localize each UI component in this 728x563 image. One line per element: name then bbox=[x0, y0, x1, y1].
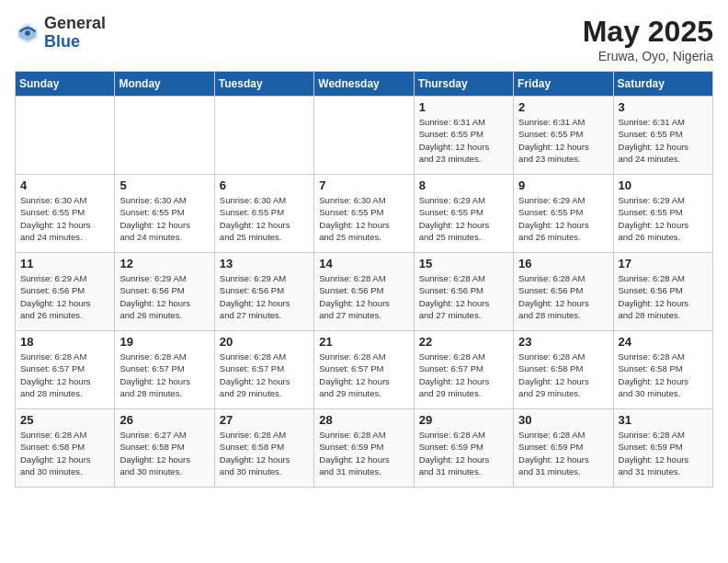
day-info: Sunrise: 6:28 AM Sunset: 6:57 PM Dayligh… bbox=[319, 350, 408, 399]
calendar-day-cell: 10Sunrise: 6:29 AM Sunset: 6:55 PM Dayli… bbox=[613, 175, 712, 253]
day-info: Sunrise: 6:28 AM Sunset: 6:58 PM Dayligh… bbox=[20, 429, 109, 477]
day-of-week-header: Monday bbox=[115, 72, 214, 97]
calendar-day-cell: 20Sunrise: 6:28 AM Sunset: 6:57 PM Dayli… bbox=[214, 331, 313, 409]
day-info: Sunrise: 6:31 AM Sunset: 6:55 PM Dayligh… bbox=[419, 116, 508, 165]
day-info: Sunrise: 6:28 AM Sunset: 6:57 PM Dayligh… bbox=[20, 350, 109, 399]
calendar-day-cell: 21Sunrise: 6:28 AM Sunset: 6:57 PM Dayli… bbox=[314, 331, 414, 409]
day-info: Sunrise: 6:28 AM Sunset: 6:58 PM Dayligh… bbox=[619, 350, 708, 399]
day-info: Sunrise: 6:30 AM Sunset: 6:55 PM Dayligh… bbox=[319, 194, 408, 243]
calendar-day-cell: 18Sunrise: 6:28 AM Sunset: 6:57 PM Dayli… bbox=[16, 331, 115, 409]
day-number: 18 bbox=[20, 335, 109, 349]
calendar-day-cell: 23Sunrise: 6:28 AM Sunset: 6:58 PM Dayli… bbox=[514, 331, 613, 409]
day-number: 29 bbox=[419, 413, 508, 427]
day-number: 8 bbox=[419, 178, 508, 192]
calendar-day-cell: 4Sunrise: 6:30 AM Sunset: 6:55 PM Daylig… bbox=[16, 175, 115, 253]
logo-general-text: General bbox=[44, 14, 106, 32]
day-info: Sunrise: 6:28 AM Sunset: 6:56 PM Dayligh… bbox=[419, 272, 508, 321]
day-info: Sunrise: 6:28 AM Sunset: 6:56 PM Dayligh… bbox=[619, 272, 708, 321]
day-of-week-header: Sunday bbox=[16, 72, 115, 97]
day-number: 5 bbox=[119, 178, 209, 192]
day-info: Sunrise: 6:28 AM Sunset: 6:59 PM Dayligh… bbox=[619, 429, 708, 477]
day-number: 4 bbox=[20, 178, 109, 192]
calendar-week-row: 1Sunrise: 6:31 AM Sunset: 6:55 PM Daylig… bbox=[16, 97, 713, 175]
calendar-day-cell: 26Sunrise: 6:27 AM Sunset: 6:58 PM Dayli… bbox=[115, 409, 214, 488]
logo: General Blue bbox=[15, 15, 106, 52]
day-number: 1 bbox=[419, 100, 508, 114]
calendar-day-cell: 14Sunrise: 6:28 AM Sunset: 6:56 PM Dayli… bbox=[314, 253, 414, 331]
calendar-day-cell: 1Sunrise: 6:31 AM Sunset: 6:55 PM Daylig… bbox=[414, 97, 513, 175]
day-info: Sunrise: 6:28 AM Sunset: 6:57 PM Dayligh… bbox=[119, 350, 209, 399]
day-number: 28 bbox=[319, 413, 408, 427]
day-info: Sunrise: 6:28 AM Sunset: 6:58 PM Dayligh… bbox=[518, 350, 608, 399]
svg-point-2 bbox=[25, 30, 30, 36]
day-info: Sunrise: 6:29 AM Sunset: 6:56 PM Dayligh… bbox=[220, 272, 309, 321]
day-info: Sunrise: 6:28 AM Sunset: 6:59 PM Dayligh… bbox=[319, 429, 408, 477]
calendar-day-cell: 9Sunrise: 6:29 AM Sunset: 6:55 PM Daylig… bbox=[514, 175, 613, 253]
calendar-day-cell: 12Sunrise: 6:29 AM Sunset: 6:56 PM Dayli… bbox=[115, 253, 214, 331]
day-number: 26 bbox=[119, 413, 209, 427]
day-number: 17 bbox=[619, 257, 708, 270]
day-info: Sunrise: 6:29 AM Sunset: 6:55 PM Dayligh… bbox=[619, 194, 708, 243]
calendar-day-cell: 3Sunrise: 6:31 AM Sunset: 6:55 PM Daylig… bbox=[613, 97, 712, 175]
day-number: 13 bbox=[220, 257, 309, 270]
day-number: 22 bbox=[419, 335, 508, 349]
day-of-week-header: Saturday bbox=[613, 72, 712, 97]
day-number: 16 bbox=[518, 257, 608, 270]
calendar-header-row: SundayMondayTuesdayWednesdayThursdayFrid… bbox=[16, 72, 713, 97]
calendar-day-cell: 17Sunrise: 6:28 AM Sunset: 6:56 PM Dayli… bbox=[613, 253, 712, 331]
calendar-week-row: 11Sunrise: 6:29 AM Sunset: 6:56 PM Dayli… bbox=[16, 253, 713, 331]
day-info: Sunrise: 6:28 AM Sunset: 6:58 PM Dayligh… bbox=[220, 429, 309, 477]
calendar-day-cell: 22Sunrise: 6:28 AM Sunset: 6:57 PM Dayli… bbox=[414, 331, 513, 409]
day-number: 19 bbox=[119, 335, 209, 349]
calendar-day-cell: 2Sunrise: 6:31 AM Sunset: 6:55 PM Daylig… bbox=[514, 97, 613, 175]
calendar-day-cell: 7Sunrise: 6:30 AM Sunset: 6:55 PM Daylig… bbox=[314, 175, 414, 253]
day-info: Sunrise: 6:29 AM Sunset: 6:56 PM Dayligh… bbox=[20, 272, 109, 321]
day-number: 10 bbox=[619, 178, 708, 192]
calendar-day-cell: 31Sunrise: 6:28 AM Sunset: 6:59 PM Dayli… bbox=[613, 409, 712, 488]
day-of-week-header: Thursday bbox=[414, 72, 513, 97]
calendar-day-cell bbox=[16, 97, 115, 175]
calendar-week-row: 18Sunrise: 6:28 AM Sunset: 6:57 PM Dayli… bbox=[16, 331, 713, 409]
day-number: 12 bbox=[119, 257, 209, 270]
calendar-week-row: 4Sunrise: 6:30 AM Sunset: 6:55 PM Daylig… bbox=[16, 175, 713, 253]
calendar-day-cell: 13Sunrise: 6:29 AM Sunset: 6:56 PM Dayli… bbox=[214, 253, 313, 331]
day-info: Sunrise: 6:28 AM Sunset: 6:59 PM Dayligh… bbox=[419, 429, 508, 477]
calendar-day-cell: 16Sunrise: 6:28 AM Sunset: 6:56 PM Dayli… bbox=[514, 253, 613, 331]
location: Eruwa, Oyo, Nigeria bbox=[583, 49, 713, 63]
day-info: Sunrise: 6:30 AM Sunset: 6:55 PM Dayligh… bbox=[20, 194, 109, 243]
calendar-day-cell: 19Sunrise: 6:28 AM Sunset: 6:57 PM Dayli… bbox=[115, 331, 214, 409]
day-number: 25 bbox=[20, 413, 109, 427]
day-number: 27 bbox=[220, 413, 309, 427]
calendar-day-cell: 11Sunrise: 6:29 AM Sunset: 6:56 PM Dayli… bbox=[16, 253, 115, 331]
day-of-week-header: Tuesday bbox=[214, 72, 313, 97]
calendar-day-cell: 8Sunrise: 6:29 AM Sunset: 6:55 PM Daylig… bbox=[414, 175, 513, 253]
day-info: Sunrise: 6:29 AM Sunset: 6:56 PM Dayligh… bbox=[119, 272, 209, 321]
logo-text: General Blue bbox=[44, 15, 106, 52]
calendar-day-cell bbox=[214, 97, 313, 175]
day-number: 21 bbox=[319, 335, 408, 349]
day-info: Sunrise: 6:30 AM Sunset: 6:55 PM Dayligh… bbox=[119, 194, 209, 243]
day-number: 15 bbox=[419, 257, 508, 270]
day-number: 30 bbox=[518, 413, 608, 427]
logo-blue-text: Blue bbox=[44, 32, 80, 51]
day-info: Sunrise: 6:29 AM Sunset: 6:55 PM Dayligh… bbox=[419, 194, 508, 243]
calendar-day-cell: 5Sunrise: 6:30 AM Sunset: 6:55 PM Daylig… bbox=[115, 175, 214, 253]
day-info: Sunrise: 6:28 AM Sunset: 6:56 PM Dayligh… bbox=[518, 272, 608, 321]
calendar-table: SundayMondayTuesdayWednesdayThursdayFrid… bbox=[15, 71, 713, 488]
calendar-day-cell: 25Sunrise: 6:28 AM Sunset: 6:58 PM Dayli… bbox=[16, 409, 115, 488]
calendar-day-cell: 15Sunrise: 6:28 AM Sunset: 6:56 PM Dayli… bbox=[414, 253, 513, 331]
day-number: 31 bbox=[619, 413, 708, 427]
day-number: 14 bbox=[319, 257, 408, 270]
day-info: Sunrise: 6:28 AM Sunset: 6:56 PM Dayligh… bbox=[319, 272, 408, 321]
calendar-day-cell: 28Sunrise: 6:28 AM Sunset: 6:59 PM Dayli… bbox=[314, 409, 414, 488]
day-number: 7 bbox=[319, 178, 408, 192]
day-number: 2 bbox=[518, 100, 608, 114]
day-number: 11 bbox=[20, 257, 109, 270]
day-info: Sunrise: 6:28 AM Sunset: 6:59 PM Dayligh… bbox=[518, 429, 608, 477]
day-info: Sunrise: 6:31 AM Sunset: 6:55 PM Dayligh… bbox=[619, 116, 708, 165]
day-info: Sunrise: 6:31 AM Sunset: 6:55 PM Dayligh… bbox=[518, 116, 608, 165]
day-info: Sunrise: 6:28 AM Sunset: 6:57 PM Dayligh… bbox=[220, 350, 309, 399]
title-block: May 2025 Eruwa, Oyo, Nigeria bbox=[583, 15, 713, 63]
day-info: Sunrise: 6:27 AM Sunset: 6:58 PM Dayligh… bbox=[119, 429, 209, 477]
calendar-body: 1Sunrise: 6:31 AM Sunset: 6:55 PM Daylig… bbox=[16, 97, 713, 488]
